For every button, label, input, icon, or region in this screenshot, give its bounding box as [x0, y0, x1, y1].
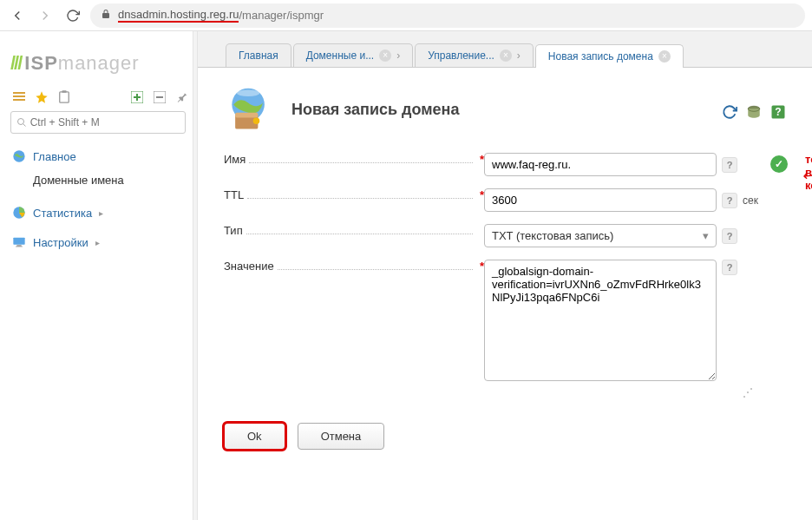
monitor-icon	[12, 235, 26, 249]
url-path: /manager/ispmgr	[239, 9, 324, 22]
chevron-right-icon: ▸	[95, 238, 100, 247]
type-select[interactable]: TXT (текстовая запись) ▾	[484, 224, 717, 247]
page-title: Новая запись домена	[291, 101, 459, 119]
cancel-button[interactable]: Отмена	[298, 423, 385, 450]
ttl-input[interactable]	[484, 188, 717, 212]
tab-bar: Главная Доменные и...×› Управление...×› …	[198, 31, 812, 68]
address-bar[interactable]: dnsadmin.hosting.reg.ru/manager/ispmgr	[90, 3, 805, 28]
search-icon	[16, 117, 27, 128]
svg-rect-1	[13, 95, 25, 97]
resize-grip[interactable]: ⋰	[224, 386, 751, 398]
label-type: Тип	[224, 224, 243, 237]
svg-rect-10	[13, 238, 24, 245]
reload-button[interactable]	[62, 5, 83, 26]
name-input[interactable]	[484, 153, 717, 176]
help-button[interactable]: ?	[722, 260, 737, 275]
chevron-right-icon: ›	[517, 49, 521, 62]
close-icon[interactable]: ×	[658, 50, 671, 63]
svg-point-7	[18, 119, 24, 125]
panel-header: Новая запись домена ?	[224, 83, 786, 135]
chevron-right-icon: ▸	[99, 208, 103, 218]
plus-icon[interactable]	[130, 90, 144, 104]
close-icon[interactable]: ×	[379, 49, 391, 62]
svg-rect-2	[13, 99, 25, 101]
clipboard-icon[interactable]	[57, 90, 71, 104]
sidebar-search[interactable]	[10, 111, 186, 134]
tab-main[interactable]: Главная	[226, 43, 291, 67]
nav-stats[interactable]: Статистика ▸	[9, 201, 193, 225]
svg-rect-4	[62, 90, 66, 93]
tab-domains[interactable]: Доменные и...×›	[293, 43, 413, 67]
success-badge: ✓	[770, 155, 788, 173]
forward-button[interactable]	[35, 5, 56, 26]
svg-rect-3	[60, 92, 69, 102]
pin-icon[interactable]	[175, 90, 189, 104]
search-input[interactable]	[30, 116, 180, 128]
back-button[interactable]	[7, 5, 28, 26]
logo: ///ISPmanager	[9, 52, 193, 75]
minus-icon[interactable]	[153, 90, 167, 104]
required-mark: *	[480, 153, 484, 166]
ttl-unit: сек	[743, 194, 758, 207]
svg-point-17	[253, 117, 260, 124]
sidebar-toolbar	[9, 87, 193, 111]
tab-manage[interactable]: Управление...×›	[415, 43, 534, 67]
required-mark: *	[480, 260, 484, 273]
svg-point-14	[237, 90, 259, 97]
required-mark: *	[480, 188, 484, 201]
pie-icon	[12, 206, 26, 220]
nav-main[interactable]: Главное	[9, 144, 193, 168]
label-ttl: TTL	[224, 188, 244, 201]
svg-rect-12	[16, 247, 23, 247]
nav-settings-label: Настройки	[33, 236, 88, 249]
help-button[interactable]: ?	[722, 157, 737, 173]
type-value: TXT (текстовая запись)	[492, 229, 613, 242]
label-value: Значение	[224, 260, 274, 273]
label-name: Имя	[224, 153, 246, 166]
ok-button[interactable]: Ok	[224, 423, 285, 450]
svg-rect-11	[16, 245, 21, 246]
nav-settings[interactable]: Настройки ▸	[9, 230, 193, 254]
value-textarea[interactable]	[484, 260, 717, 381]
nav-domains-label: Доменные имена	[33, 174, 124, 187]
svg-rect-16	[235, 113, 258, 118]
nav-stats-label: Статистика	[33, 207, 92, 220]
url-host: dnsadmin.hosting.reg.ru	[118, 8, 239, 23]
globe-small-icon	[12, 149, 26, 163]
sidebar: ///ISPmanager Главное Доменные имена	[0, 31, 193, 520]
form: точка в конце ↙ Имя * ? ✓	[224, 153, 786, 450]
svg-text:?: ?	[775, 106, 781, 118]
help-icon[interactable]: ?	[770, 104, 786, 122]
help-button[interactable]: ?	[722, 193, 737, 208]
chevron-down-icon: ▾	[703, 229, 709, 242]
nav-domains[interactable]: Доменные имена	[9, 168, 193, 192]
star-icon[interactable]	[35, 90, 49, 104]
help-button[interactable]: ?	[722, 228, 737, 244]
tab-new-record[interactable]: Новая запись домена×	[535, 44, 684, 68]
nav-main-label: Главное	[33, 150, 76, 163]
browser-bar: dnsadmin.hosting.reg.ru/manager/ispmgr	[0, 0, 812, 31]
chevron-right-icon: ›	[396, 49, 400, 62]
globe-document-icon	[224, 83, 276, 135]
svg-rect-0	[13, 92, 25, 94]
close-icon[interactable]: ×	[500, 49, 512, 62]
list-icon[interactable]	[12, 90, 26, 104]
refresh-icon[interactable]	[722, 104, 737, 122]
lock-icon	[101, 9, 111, 22]
disk-icon[interactable]	[746, 104, 762, 122]
